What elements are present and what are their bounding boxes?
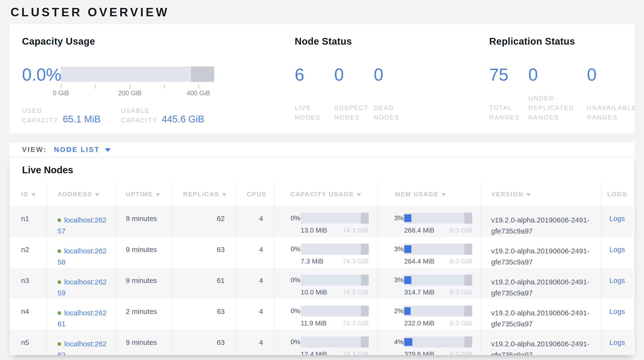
under-replicated-ranges-stat: 0 UNDER-REPLICATED RANGES bbox=[528, 62, 587, 122]
total-ranges-stat: 75 TOTAL RANGES bbox=[489, 62, 528, 122]
live-nodes-title: Live Nodes bbox=[22, 165, 73, 175]
live-nodes-stat: 6 LIVE NODES bbox=[295, 62, 334, 122]
node-capacity-usage-cell: 0% 13.0 MiB74.3 GiB bbox=[274, 206, 378, 237]
view-label: VIEW: bbox=[22, 146, 47, 154]
sort-arrow-icon bbox=[156, 193, 160, 196]
sort-arrow-icon bbox=[526, 193, 531, 196]
view-dropdown[interactable]: NODE LIST bbox=[54, 146, 111, 154]
mem-bar bbox=[404, 275, 472, 286]
node-mem-usage-cell: 3% 314.7 MiB8.0 GiB bbox=[378, 268, 481, 299]
cluster-summary-card: Capacity Usage 0.0% 0 GiB 200 GiB 400 Gi… bbox=[10, 24, 634, 134]
live-nodes-value: 6 bbox=[295, 62, 334, 86]
node-address-link[interactable]: localhost:26257 bbox=[58, 216, 106, 235]
capacity-bar bbox=[301, 305, 369, 316]
column-header-uptime[interactable]: UPTIME bbox=[116, 183, 172, 206]
live-status-icon bbox=[58, 311, 61, 315]
suspect-nodes-value: 0 bbox=[334, 62, 374, 86]
node-logs-cell: Logs bbox=[601, 206, 633, 237]
replication-status-section: Replication Status 75 TOTAL RANGES 0 UND… bbox=[489, 36, 643, 122]
column-header-mem-usage[interactable]: MEM USAGE bbox=[378, 183, 481, 206]
capacity-usage-title: Capacity Usage bbox=[22, 36, 276, 47]
used-capacity-stat: USED CAPACITY 65.1 MiB bbox=[22, 106, 100, 125]
used-capacity-label: USED CAPACITY bbox=[22, 106, 60, 125]
capacity-used-value: 7.3 MiB bbox=[301, 258, 324, 265]
logs-link[interactable]: Logs bbox=[609, 246, 625, 253]
node-logs-cell: Logs bbox=[601, 299, 633, 330]
logs-link[interactable]: Logs bbox=[609, 307, 625, 315]
logs-link[interactable]: Logs bbox=[609, 276, 625, 284]
table-row: n1 localhost:26257 9 minutes 62 4 0% 13.… bbox=[10, 206, 633, 237]
total-ranges-value: 75 bbox=[489, 62, 528, 86]
node-status-title: Node Status bbox=[295, 36, 407, 47]
mem-used-value: 268.4 MiB bbox=[404, 227, 434, 234]
node-address-cell: localhost:26262 bbox=[47, 330, 116, 355]
node-id: n1 bbox=[10, 206, 47, 237]
node-cpus: 4 bbox=[236, 299, 274, 330]
node-mem-usage-cell: 3% 264.4 MiB8.0 GiB bbox=[378, 237, 481, 268]
node-address-link[interactable]: localhost:26259 bbox=[58, 278, 106, 297]
capacity-bar-reserved-segment bbox=[191, 67, 214, 82]
column-header-address[interactable]: ADDRESS bbox=[47, 183, 116, 206]
dead-nodes-stat: 0 DEAD NODES bbox=[374, 62, 407, 122]
capacity-used-value: 10.0 MiB bbox=[301, 288, 327, 296]
node-capacity-usage-cell: 0% 10.0 MiB74.3 GiB bbox=[274, 268, 378, 299]
table-row: n2 localhost:26258 9 minutes 63 4 0% 7.3… bbox=[10, 237, 633, 268]
usable-capacity-stat: USABLE CAPACITY 445.6 GiB bbox=[121, 106, 204, 125]
node-version: v19.2.0-alpha.20190606-2491-gfe735c9a97 bbox=[481, 206, 601, 237]
mem-total-value: 8.0 GiB bbox=[450, 258, 472, 265]
table-header-row: ID ADDRESS UPTIME REPLICAS CPUS CAPACITY… bbox=[10, 183, 633, 206]
dead-nodes-value: 0 bbox=[374, 62, 407, 86]
live-nodes-label: LIVE NODES bbox=[295, 103, 328, 122]
under-replicated-ranges-value: 0 bbox=[528, 62, 587, 86]
column-header-cpus: CPUS bbox=[236, 183, 274, 206]
replication-status-title: Replication Status bbox=[489, 36, 643, 47]
mem-total-value: 8.0 GiB bbox=[450, 319, 472, 327]
logs-link[interactable]: Logs bbox=[609, 215, 625, 223]
node-id: n5 bbox=[10, 330, 47, 355]
node-uptime: 2 minutes bbox=[116, 299, 172, 330]
chevron-down-icon bbox=[105, 148, 111, 152]
node-cpus: 4 bbox=[236, 330, 274, 355]
node-uptime: 9 minutes bbox=[116, 330, 172, 355]
under-replicated-ranges-label: UNDER-REPLICATED RANGES bbox=[528, 93, 578, 122]
node-address-cell: localhost:26261 bbox=[47, 299, 116, 330]
logs-link[interactable]: Logs bbox=[609, 338, 625, 346]
mem-percent-label: 4% bbox=[394, 338, 404, 346]
node-capacity-usage-cell: 0% 11.9 MiB74.3 GiB bbox=[274, 299, 378, 330]
sort-arrow-icon bbox=[32, 193, 36, 196]
mem-total-value: 8.0 GiB bbox=[450, 288, 472, 296]
axis-tick-label: 200 GiB bbox=[118, 90, 142, 97]
node-replicas: 63 bbox=[172, 237, 236, 268]
used-capacity-value: 65.1 MiB bbox=[63, 114, 100, 125]
node-replicas: 62 bbox=[172, 206, 236, 237]
sort-arrow-icon bbox=[95, 193, 100, 196]
node-address-link[interactable]: localhost:26261 bbox=[58, 309, 106, 328]
table-row: n5 localhost:26262 9 minutes 63 4 0% 12.… bbox=[10, 330, 633, 355]
mem-bar bbox=[404, 305, 472, 316]
live-status-icon bbox=[58, 249, 61, 253]
sort-arrow-icon bbox=[357, 193, 361, 196]
capacity-percent-label: 0% bbox=[290, 307, 301, 315]
column-header-replicas[interactable]: REPLICAS bbox=[172, 183, 236, 206]
node-address-link[interactable]: localhost:26258 bbox=[58, 247, 106, 266]
node-version: v19.2.0-alpha.20190606-2491-gfe735c9a97 bbox=[481, 299, 601, 330]
mem-total-value: 8.0 GiB bbox=[450, 350, 472, 355]
node-status-section: Node Status 6 LIVE NODES 0 SUSPECT NODES… bbox=[295, 36, 407, 122]
node-address-link[interactable]: localhost:26262 bbox=[58, 340, 106, 355]
capacity-used-value: 13.0 MiB bbox=[301, 227, 327, 234]
node-address-cell: localhost:26258 bbox=[47, 237, 116, 268]
capacity-bar-track bbox=[60, 67, 214, 82]
column-header-id[interactable]: ID bbox=[10, 183, 47, 206]
view-dropdown-selected: NODE LIST bbox=[54, 146, 100, 154]
sort-arrow-icon bbox=[222, 193, 226, 196]
node-version: v19.2.0-alpha.20190606-2491-gfe735c9a97 bbox=[481, 330, 601, 355]
node-replicas: 61 bbox=[172, 268, 236, 299]
axis-tick-label: 400 GiB bbox=[187, 90, 210, 97]
capacity-bar bbox=[301, 213, 369, 224]
node-uptime: 9 minutes bbox=[116, 268, 172, 299]
capacity-usage-section: Capacity Usage 0.0% 0 GiB 200 GiB 400 Gi… bbox=[22, 36, 276, 125]
table-row: n3 localhost:26259 9 minutes 61 4 0% 10.… bbox=[10, 268, 633, 299]
column-header-version[interactable]: VERSION bbox=[481, 183, 601, 206]
node-address-cell: localhost:26257 bbox=[47, 206, 116, 237]
column-header-capacity-usage[interactable]: CAPACITY USAGE bbox=[274, 183, 378, 206]
